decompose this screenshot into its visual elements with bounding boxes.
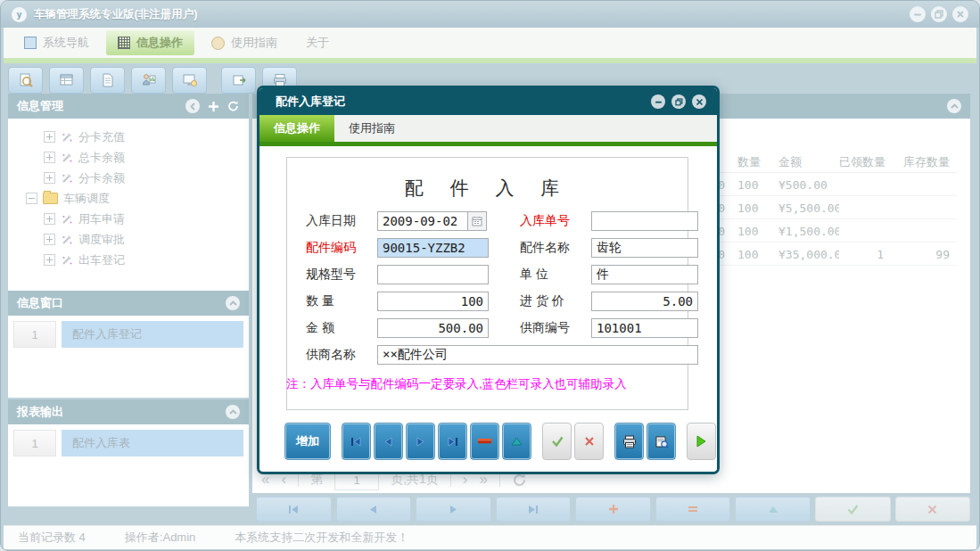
field-supplier-code: 供商编号 [520, 317, 698, 339]
user-report-button[interactable] [131, 67, 166, 94]
report-output-item[interactable]: 配件入库表 [62, 430, 243, 456]
expand-icon[interactable] [44, 213, 55, 225]
post-record-button[interactable] [735, 497, 811, 522]
col-amount[interactable]: 金额 [775, 151, 839, 173]
dialog-minimize-button[interactable] [651, 95, 665, 109]
collapse-up-icon[interactable] [226, 296, 240, 310]
field-supplier-name: 供商名称 [306, 344, 698, 366]
field-part-code: 配件编码 [306, 237, 489, 259]
run-button[interactable] [687, 423, 716, 460]
tab-about[interactable]: 关于 [294, 30, 341, 55]
remove-record-button[interactable] [655, 497, 731, 522]
amount-input[interactable] [377, 318, 489, 338]
table-row[interactable]: 0 100 ¥5,500.00 [679, 197, 957, 219]
spec-model-input[interactable] [377, 265, 489, 284]
tree-folder[interactable]: 车辆调度 [8, 188, 249, 209]
export-button[interactable] [221, 67, 256, 94]
dialog-titlebar[interactable]: 配件入库登记 [259, 88, 717, 115]
table-row[interactable]: 0 100 ¥500.00 [679, 174, 957, 196]
tab-user-guide[interactable]: 使用指南 [200, 30, 289, 55]
tree-item[interactable]: 分卡余额 [8, 168, 249, 188]
calendar-icon[interactable] [468, 211, 487, 231]
info-window-item[interactable]: 配件入库登记 [62, 321, 243, 348]
tree-item[interactable]: 调度审批 [8, 229, 249, 250]
print-preview-button[interactable] [646, 423, 676, 460]
add-record-button[interactable] [575, 497, 651, 522]
part-code-input[interactable] [377, 238, 489, 258]
inbound-no-input[interactable] [591, 211, 698, 231]
tab-info-operate[interactable]: 信息操作 [106, 30, 194, 55]
add-button[interactable]: 增加 [284, 423, 331, 460]
table-row[interactable]: 00 100 ¥35,000.00 1 99 [679, 243, 957, 266]
dialog-tab-user-guide[interactable]: 使用指南 [334, 115, 409, 142]
expand-icon[interactable] [44, 234, 55, 245]
print-button[interactable] [614, 423, 644, 460]
collapse-node-icon[interactable] [26, 193, 37, 204]
tab-system-nav[interactable]: 系统导航 [12, 30, 101, 55]
collapse-left-icon[interactable] [185, 99, 200, 113]
tree-item[interactable]: 出车登记 [8, 250, 249, 270]
panel-header-report-output: 报表输出 [8, 399, 249, 424]
quantity-input[interactable] [377, 292, 489, 311]
operator: 操作者:Admin [125, 530, 195, 546]
cancel-button[interactable] [574, 423, 604, 460]
confirm-button[interactable] [542, 423, 572, 460]
confirm-button[interactable] [815, 497, 891, 522]
first-record-button[interactable] [342, 423, 371, 460]
data-table-button[interactable] [49, 67, 84, 94]
tree-item[interactable]: 用车申请 [8, 209, 249, 229]
next-record-button[interactable] [406, 423, 435, 460]
refresh-icon[interactable] [227, 100, 240, 112]
list-item[interactable]: 1 配件入库登记 [13, 321, 243, 348]
inbound-date-input[interactable] [377, 211, 468, 231]
table-row[interactable]: 0 100 ¥1,500.00 [679, 220, 957, 243]
supplier-code-input[interactable] [591, 318, 698, 338]
search-button[interactable] [8, 67, 43, 94]
expand-icon[interactable] [44, 152, 55, 163]
dialog-maximize-button[interactable] [671, 95, 686, 109]
expand-icon[interactable] [44, 172, 55, 184]
expand-icon[interactable] [44, 254, 55, 266]
minimize-button[interactable] [910, 6, 926, 22]
collapse-up-icon[interactable] [947, 99, 961, 113]
refresh-page-icon[interactable] [512, 473, 527, 488]
tree-item[interactable]: 分卡充值 [8, 127, 249, 147]
next-record-button[interactable] [416, 497, 491, 522]
tool-icon [61, 234, 73, 246]
dialog-tabbar: 信息操作 使用指南 [259, 115, 717, 142]
col-received[interactable]: 已领数量 [839, 151, 896, 173]
last-record-button[interactable] [438, 423, 467, 460]
last-record-button[interactable] [496, 497, 572, 522]
purchase-price-input[interactable] [591, 292, 698, 311]
supplier-name-input[interactable] [377, 345, 698, 365]
folder-icon [43, 193, 58, 204]
close-button[interactable] [952, 6, 968, 22]
form-title: 配 件 入 库 [287, 176, 688, 201]
dialog-close-button[interactable] [692, 95, 706, 109]
bottom-toolbar [256, 497, 970, 522]
prev-record-button[interactable] [336, 497, 412, 522]
maximize-button[interactable] [931, 6, 947, 22]
collapse-up-icon[interactable] [226, 405, 240, 419]
first-record-button[interactable] [256, 497, 332, 522]
monitor-view-button[interactable] [172, 67, 207, 94]
prev-record-button[interactable] [374, 423, 403, 460]
nav-square-icon [24, 37, 37, 49]
col-qty[interactable]: 数量 [729, 151, 775, 173]
tool-icon [61, 152, 73, 164]
field-purchase-price: 进 货 价 [520, 291, 698, 312]
document-button[interactable] [90, 67, 125, 94]
info-window-list: 1 配件入库登记 [8, 316, 249, 398]
window-controls [910, 6, 968, 22]
list-item[interactable]: 1 配件入库表 [13, 430, 243, 456]
remove-record-button[interactable] [470, 423, 499, 460]
tree-item[interactable]: 总卡余额 [8, 147, 249, 168]
expand-icon[interactable] [44, 131, 55, 143]
add-node-icon[interactable] [208, 101, 219, 112]
col-stock[interactable]: 库存数量 [896, 151, 957, 173]
part-name-input[interactable] [591, 238, 698, 258]
unit-input[interactable] [591, 265, 698, 284]
post-record-button[interactable] [502, 423, 531, 460]
cancel-button[interactable] [895, 497, 971, 522]
dialog-tab-info-operate[interactable]: 信息操作 [259, 115, 334, 142]
